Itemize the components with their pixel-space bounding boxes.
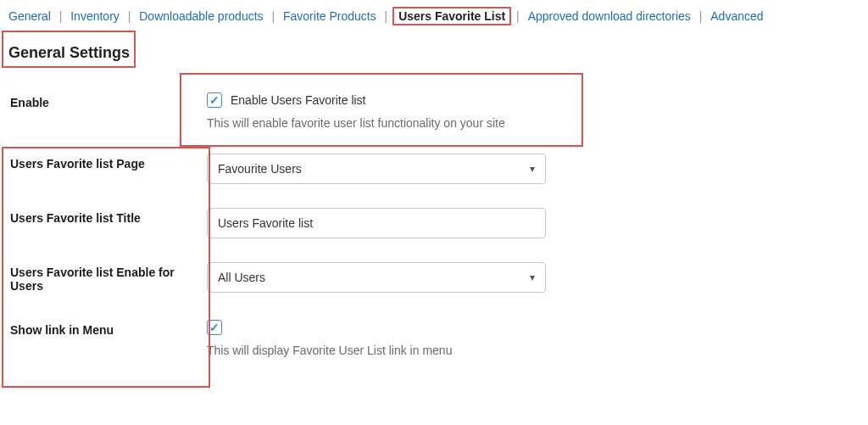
enable-for-users-value: All Users — [218, 271, 265, 284]
show-link-checkbox[interactable]: ✓ — [207, 320, 222, 335]
tab-approved-download-directories[interactable]: Approved download directories — [525, 8, 694, 25]
enable-checkbox-label: Enable Users Favorite list — [231, 93, 366, 107]
tab-inventory[interactable]: Inventory — [67, 8, 123, 25]
enable-checkbox[interactable]: ✓ — [207, 92, 222, 108]
label-page-select: Users Favorite list Page — [0, 142, 203, 196]
page-title: General Settings — [8, 44, 130, 62]
tab-separator: | — [59, 9, 63, 23]
tab-advanced[interactable]: Advanced — [707, 8, 766, 25]
tab-separator: | — [385, 9, 388, 23]
chevron-down-icon: ▾ — [530, 163, 535, 175]
enable-for-users-select[interactable]: All Users ▾ — [207, 262, 546, 293]
favorite-list-page-select[interactable]: Favourite Users ▾ — [207, 154, 546, 184]
settings-form: Enable ✓ Enable Users Favorite list This… — [0, 81, 868, 369]
row-title-input: Users Favorite list Title — [0, 196, 868, 250]
chevron-down-icon: ▾ — [530, 271, 535, 283]
tab-separator: | — [271, 9, 275, 23]
label-title-input: Users Favorite list Title — [0, 196, 203, 250]
favorite-list-title-input[interactable] — [207, 208, 546, 238]
row-enable-for: Users Favorite list Enable for Users All… — [0, 250, 868, 308]
favorite-list-page-value: Favourite Users — [218, 162, 302, 176]
tab-separator: | — [128, 9, 131, 23]
tab-users-favorite-list[interactable]: Users Favorite List — [392, 7, 511, 25]
show-link-description: This will display Favorite User List lin… — [207, 344, 854, 357]
tab-separator: | — [699, 9, 703, 23]
row-page-select: Users Favorite list Page Favourite Users… — [0, 142, 868, 196]
row-enable: Enable ✓ Enable Users Favorite list This… — [0, 81, 868, 142]
tab-favorite-products[interactable]: Favorite Products — [280, 8, 380, 25]
enable-description: This will enable favorite user list func… — [207, 116, 854, 130]
tab-general[interactable]: General — [5, 8, 54, 25]
settings-tabs: General | Inventory | Downloadable produ… — [0, 0, 868, 31]
label-show-link: Show link in Menu — [0, 308, 203, 369]
tab-separator: | — [516, 9, 520, 23]
tab-downloadable-products[interactable]: Downloadable products — [136, 8, 266, 25]
row-show-link: Show link in Menu ✓ This will display Fa… — [0, 308, 868, 369]
label-enable-for: Users Favorite list Enable for Users — [0, 250, 203, 308]
label-enable: Enable — [0, 81, 203, 142]
